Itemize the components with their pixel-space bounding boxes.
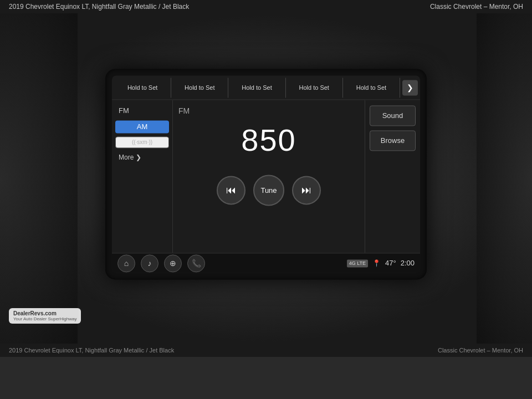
watermark-line2: .com: [43, 310, 56, 316]
center-area: FM 850 ⏮ Tune ⏭: [173, 100, 365, 253]
location-icon: 📍: [372, 259, 381, 267]
source-label: FM: [178, 106, 190, 115]
watermark-name: DealerRevs.com: [13, 310, 76, 316]
screen-bezel: Hold to Set Hold to Set Hold to Set Hold…: [105, 69, 427, 279]
top-bar-left: 2019 Chevrolet Equinox LT, Nightfall Gra…: [9, 3, 189, 11]
forward-button[interactable]: ⏭: [292, 176, 321, 204]
signal-badge: 4G LTE: [347, 259, 368, 267]
bottom-bar: 2019 Chevrolet Equinox LT, Nightfall Gra…: [0, 344, 532, 357]
preset-2-button[interactable]: Hold to Set: [171, 78, 228, 98]
bottom-bar-right: Classic Chevrolet – Mentor, OH: [438, 347, 523, 354]
frequency-display: 850: [241, 122, 296, 158]
photo-area: Hold to Set Hold to Set Hold to Set Hold…: [0, 13, 532, 344]
transport-controls: ⏮ Tune ⏭: [217, 175, 321, 206]
car-right-panel: [477, 13, 532, 344]
sound-button[interactable]: Sound: [370, 105, 416, 126]
source-sidebar: FM AM ((·sxm·)) More ❯: [112, 100, 173, 253]
am-source-button[interactable]: AM: [115, 120, 169, 133]
preset-3-button[interactable]: Hold to Set: [228, 78, 285, 98]
home-nav-button[interactable]: ⌂: [117, 254, 135, 272]
watermark: DealerRevs.com Your Auto Dealer SuperHig…: [9, 308, 81, 324]
phone-nav-button[interactable]: 📞: [187, 254, 205, 272]
watermark-line1: DealerRevs: [13, 310, 43, 316]
rewind-button[interactable]: ⏮: [217, 176, 245, 204]
top-bar: 2019 Chevrolet Equinox LT, Nightfall Gra…: [0, 0, 532, 13]
preset-5-button[interactable]: Hold to Set: [343, 78, 400, 98]
fm-source-button[interactable]: FM: [115, 104, 169, 117]
status-bar: ⌂ ♪ ⊕ 📞 4G LTE 📍 47° 2:00: [112, 253, 420, 273]
action-sidebar: Sound Browse: [365, 100, 420, 253]
tune-button[interactable]: Tune: [253, 175, 284, 206]
browse-button[interactable]: Browse: [370, 130, 416, 151]
preset-next-button[interactable]: ❯: [402, 80, 418, 95]
preset-4-button[interactable]: Hold to Set: [286, 78, 343, 98]
infotainment-screen: Hold to Set Hold to Set Hold to Set Hold…: [112, 75, 420, 273]
watermark-tagline: Your Auto Dealer SuperHighway: [13, 316, 76, 321]
main-content: FM AM ((·sxm·)) More ❯ FM 850 ⏮ Tune ⏭: [112, 100, 420, 253]
sxm-source-button[interactable]: ((·sxm·)): [115, 136, 169, 148]
music-nav-button[interactable]: ♪: [141, 254, 158, 272]
preset-1-button[interactable]: Hold to Set: [114, 78, 171, 98]
screen-container: Hold to Set Hold to Set Hold to Set Hold…: [105, 69, 427, 279]
status-right: 4G LTE 📍 47° 2:00: [347, 259, 415, 267]
top-bar-right: Classic Chevrolet – Mentor, OH: [430, 3, 523, 11]
add-nav-button[interactable]: ⊕: [164, 254, 182, 272]
car-left-panel: [0, 13, 78, 344]
time-display: 2:00: [401, 259, 415, 267]
more-source-button[interactable]: More ❯: [115, 151, 169, 163]
temperature-display: 47°: [385, 259, 396, 267]
bottom-bar-left: 2019 Chevrolet Equinox LT, Nightfall Gra…: [9, 347, 174, 354]
preset-row: Hold to Set Hold to Set Hold to Set Hold…: [112, 75, 420, 100]
bottom-nav: ⌂ ♪ ⊕ 📞: [117, 254, 205, 272]
